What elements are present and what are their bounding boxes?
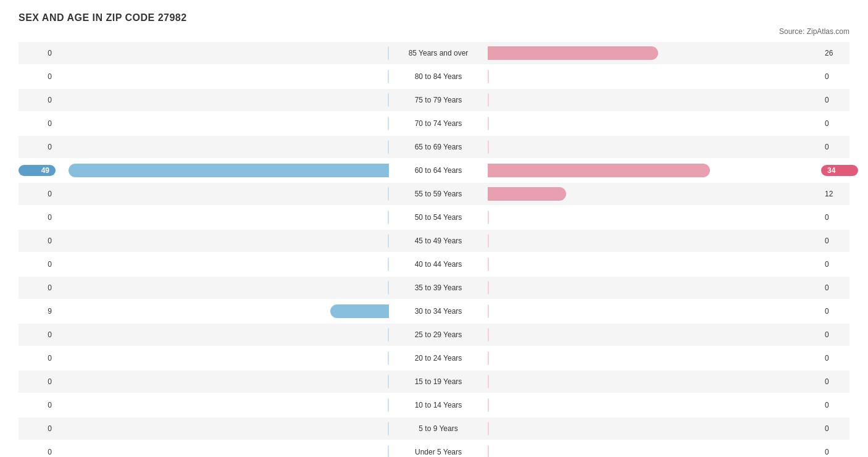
male-bar-container <box>56 211 389 224</box>
chart-row: 0 50 to 54 Years 0 <box>19 206 849 228</box>
chart-area: 0 85 Years and over 26 0 80 to 84 Years … <box>19 42 849 457</box>
age-label: 55 to 59 Years <box>389 190 488 198</box>
left-value: 0 <box>19 260 56 269</box>
female-bar-container <box>488 328 821 342</box>
male-bar-container <box>56 70 389 83</box>
chart-row: 0 Under 5 Years 0 <box>19 441 849 457</box>
female-bar <box>488 375 489 388</box>
left-value: 0 <box>19 96 56 104</box>
right-value: 0 <box>821 237 858 245</box>
female-bar-container <box>488 70 821 83</box>
female-bar-container <box>488 187 821 201</box>
left-value: 0 <box>19 354 56 363</box>
age-label: 70 to 74 Years <box>389 119 488 128</box>
age-label: 15 to 19 Years <box>389 377 488 386</box>
female-bar <box>488 70 489 83</box>
left-value: 9 <box>19 307 56 316</box>
chart-row: 0 35 to 39 Years 0 <box>19 277 849 299</box>
chart-row: 49 60 to 64 Years 34 <box>19 159 849 182</box>
female-bar <box>488 258 489 271</box>
male-bar-container <box>56 304 389 318</box>
right-value: 0 <box>821 354 858 363</box>
chart-row: 0 45 to 49 Years 0 <box>19 230 849 252</box>
male-bar-container <box>56 46 389 60</box>
male-bar-container <box>56 117 389 130</box>
female-bar-container <box>488 445 821 457</box>
age-label: 45 to 49 Years <box>389 237 488 245</box>
female-bar <box>488 117 489 130</box>
chart-row: 0 15 to 19 Years 0 <box>19 371 849 393</box>
female-bar-container <box>488 304 821 318</box>
male-bar-container <box>56 140 389 154</box>
chart-row: 0 65 to 69 Years 0 <box>19 136 849 158</box>
female-bar <box>488 281 489 295</box>
female-bar <box>488 187 566 201</box>
male-bar-container <box>56 328 389 342</box>
female-bar-container <box>488 351 821 365</box>
left-value: 0 <box>19 424 56 433</box>
right-value: 0 <box>821 213 858 222</box>
male-bar-container <box>56 164 389 177</box>
female-bar-container <box>488 398 821 412</box>
male-bar-container <box>56 234 389 248</box>
female-bar-container <box>488 46 821 60</box>
female-bar <box>488 398 489 412</box>
left-value: 49 <box>19 165 56 176</box>
right-value: 34 <box>821 165 858 176</box>
age-label: 80 to 84 Years <box>389 72 488 81</box>
age-label: 20 to 24 Years <box>389 354 488 363</box>
left-value: 0 <box>19 377 56 386</box>
female-bar-container <box>488 234 821 248</box>
age-label: 65 to 69 Years <box>389 143 488 151</box>
left-value: 0 <box>19 237 56 245</box>
chart-row: 0 40 to 44 Years 0 <box>19 253 849 275</box>
left-value: 0 <box>19 143 56 151</box>
left-value: 0 <box>19 330 56 339</box>
chart-row: 0 10 to 14 Years 0 <box>19 394 849 416</box>
male-bar-container <box>56 258 389 271</box>
left-value: 0 <box>19 49 56 57</box>
female-bar <box>488 422 489 435</box>
female-bar <box>488 140 489 154</box>
left-value: 0 <box>19 119 56 128</box>
female-bar-container <box>488 164 821 177</box>
age-label: 75 to 79 Years <box>389 96 488 104</box>
male-bar-container <box>56 398 389 412</box>
male-bar-container <box>56 187 389 201</box>
right-value: 0 <box>821 72 858 81</box>
female-bar-container <box>488 93 821 107</box>
male-bar-container <box>56 375 389 388</box>
female-bar <box>488 351 489 365</box>
right-value: 0 <box>821 401 858 409</box>
male-bar <box>330 304 389 318</box>
age-label: 5 to 9 Years <box>389 424 488 433</box>
female-bar <box>488 164 710 177</box>
right-value: 0 <box>821 424 858 433</box>
age-label: 85 Years and over <box>389 49 488 57</box>
male-bar-container <box>56 422 389 435</box>
age-label: Under 5 Years <box>389 448 488 456</box>
female-bar <box>488 445 489 457</box>
right-value: 0 <box>821 96 858 104</box>
age-label: 50 to 54 Years <box>389 213 488 222</box>
right-value: 0 <box>821 307 858 316</box>
chart-title: SEX AND AGE IN ZIP CODE 27982 <box>19 12 849 23</box>
left-value: 0 <box>19 72 56 81</box>
chart-row: 9 30 to 34 Years 0 <box>19 300 849 322</box>
male-bar-container <box>56 351 389 365</box>
age-label: 30 to 34 Years <box>389 307 488 316</box>
female-bar-container <box>488 140 821 154</box>
female-bar-container <box>488 258 821 271</box>
male-bar-container <box>56 93 389 107</box>
right-value: 12 <box>821 190 858 198</box>
right-value: 0 <box>821 143 858 151</box>
left-value: 0 <box>19 190 56 198</box>
male-bar-container <box>56 445 389 457</box>
chart-row: 0 5 to 9 Years 0 <box>19 417 849 440</box>
chart-row: 0 25 to 29 Years 0 <box>19 324 849 346</box>
left-value: 0 <box>19 283 56 292</box>
age-label: 35 to 39 Years <box>389 283 488 292</box>
chart-row: 0 20 to 24 Years 0 <box>19 347 849 369</box>
male-bar <box>69 164 389 177</box>
female-bar <box>488 93 489 107</box>
